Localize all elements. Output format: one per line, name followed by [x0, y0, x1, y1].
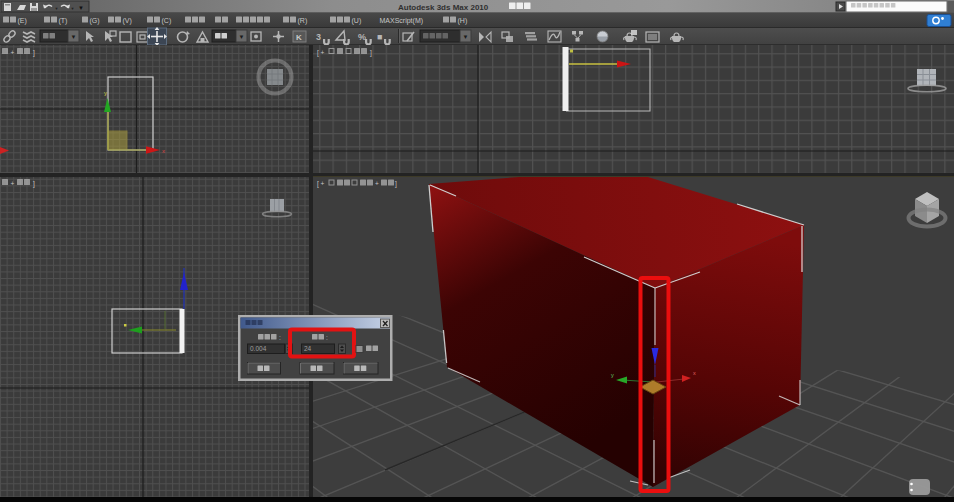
svg-text:(R): (R)	[298, 17, 308, 25]
svg-text:▼: ▼	[71, 6, 75, 11]
svg-text:]: ]	[33, 49, 35, 57]
svg-text:MAXScript(M): MAXScript(M)	[380, 17, 424, 25]
svg-text:(T): (T)	[59, 17, 68, 25]
svg-text::: :	[279, 334, 281, 341]
svg-text:▼: ▼	[55, 6, 59, 11]
svg-text:(H): (H)	[458, 17, 468, 25]
svg-text:▼: ▼	[78, 5, 84, 11]
svg-text:0.004: 0.004	[250, 345, 267, 352]
svg-text:▼: ▼	[71, 34, 77, 40]
svg-text:%: %	[358, 32, 366, 42]
svg-text:(E): (E)	[18, 17, 27, 25]
svg-text:Autodesk 3ds Max 2010: Autodesk 3ds Max 2010	[398, 3, 489, 12]
svg-text:+: +	[11, 180, 15, 187]
svg-text:+: +	[11, 49, 15, 56]
svg-text:(V): (V)	[123, 17, 132, 25]
svg-text:(C): (C)	[162, 17, 172, 25]
svg-text:▼: ▼	[239, 34, 245, 40]
svg-text:y: y	[611, 372, 614, 378]
svg-text:x: x	[693, 370, 696, 376]
svg-text:K: K	[296, 33, 302, 42]
svg-text:+: +	[375, 180, 379, 187]
svg-text:[ +: [ +	[317, 49, 325, 57]
svg-text:]: ]	[33, 180, 35, 188]
svg-text:(U): (U)	[352, 17, 362, 25]
svg-text:(G): (G)	[90, 17, 100, 25]
svg-text:y: y	[104, 90, 107, 96]
svg-text:]: ]	[370, 49, 372, 57]
svg-text::: :	[326, 334, 328, 341]
svg-text:▼: ▼	[463, 34, 469, 40]
svg-text:■: ■	[377, 32, 382, 42]
svg-text:24: 24	[304, 345, 312, 352]
svg-text:x: x	[162, 148, 165, 154]
svg-text:[ +: [ +	[317, 180, 325, 188]
svg-text:3: 3	[316, 32, 321, 42]
svg-text:]: ]	[395, 180, 397, 188]
